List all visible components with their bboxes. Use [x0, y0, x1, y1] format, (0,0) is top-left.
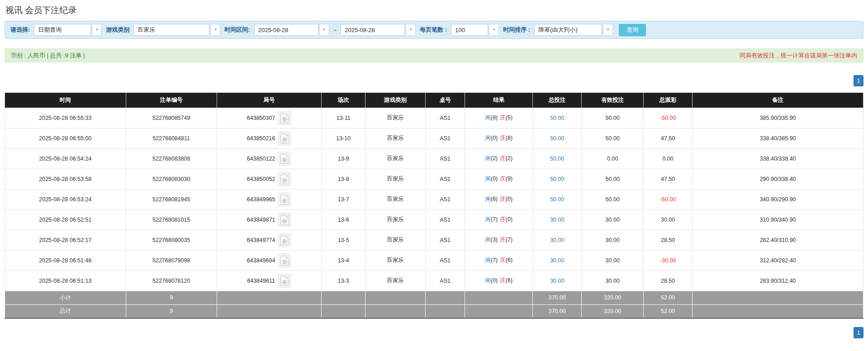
query-type-caret-button[interactable]: ▼ — [92, 24, 102, 36]
query-type-select[interactable]: 日期查询 ▼ — [34, 24, 102, 36]
total-bet-link[interactable]: 50.00 — [550, 115, 564, 121]
result-player-count: (7) — [491, 257, 498, 263]
total-bet-link[interactable]: 50.00 — [550, 135, 564, 142]
video-record-icon[interactable] — [278, 233, 291, 247]
video-record-icon[interactable] — [278, 172, 291, 186]
result-player-label: 闲 — [485, 135, 491, 141]
table-row: 2025-08-28 06:52:17 522768080035 6438497… — [5, 230, 863, 250]
cell-payout: 47.50 — [644, 128, 693, 148]
total-bet-link[interactable]: 30.00 — [550, 257, 564, 264]
table-row: 2025-08-28 06:52:51 522768081015 6438498… — [5, 209, 863, 230]
result-banker-count: (9) — [506, 176, 512, 182]
cell-bet-id: 522768084811 — [126, 128, 217, 148]
table-row: 2025-08-28 06:55:33 522768085749 6438503… — [5, 108, 863, 128]
cell-result: 闲(0)庄(9) — [465, 169, 533, 189]
cell-payout: 28.50 — [644, 270, 693, 291]
table-row: 2025-08-28 06:54:24 522768083808 6438501… — [5, 148, 863, 169]
table-row: 2025-08-28 06:51:46 522768079098 6438496… — [5, 250, 863, 270]
cell-payout: -30.00 — [644, 250, 693, 270]
valid-bet-note: 同局有效投注，统一计算在该局第一张注单内 — [740, 52, 857, 60]
per-page-select[interactable]: 100 ▼ — [451, 24, 499, 36]
result-player-label: 闲 — [485, 277, 491, 284]
cell-result: 闲(6)庄(0) — [465, 189, 533, 209]
cell-round-id: 643849611 — [217, 270, 322, 291]
per-page-caret-button[interactable]: ▼ — [489, 24, 499, 36]
time-sort-value[interactable]: 降幂(由大到小) — [534, 24, 602, 36]
cell-game-type: 百家乐 — [365, 250, 426, 270]
result-banker-label: 庄 — [500, 277, 506, 284]
total-bet-link[interactable]: 30.00 — [550, 217, 564, 223]
game-type-select[interactable]: 百家乐 ▼ — [133, 24, 220, 36]
total-bet-link[interactable]: 30.00 — [550, 237, 564, 243]
page-1-button[interactable]: 1 — [854, 75, 863, 86]
cell-payout: 47.50 — [644, 169, 693, 189]
date-from-caret-button[interactable]: ▼ — [319, 24, 329, 36]
cell-result: 闲(0)庄(8) — [465, 128, 533, 148]
cell-round-id: 643850216 — [217, 128, 322, 148]
total-bet-link[interactable]: 50.00 — [550, 156, 564, 162]
date-range-tilde: ~ — [333, 27, 337, 33]
cell-remark: 310.90/340.90 — [693, 209, 863, 230]
date-from-select[interactable]: 2025-08-28 ▼ — [254, 24, 329, 36]
date-from-value[interactable]: 2025-08-28 — [254, 24, 318, 36]
round-id-value: 643850216 — [247, 135, 275, 142]
cell-valid-bet: 30.00 — [582, 209, 644, 230]
cell-remark: 340.90/290.90 — [693, 189, 863, 209]
date-to-value[interactable]: 2025-08-28 — [341, 24, 405, 36]
total-bet-link[interactable]: 50.00 — [550, 196, 564, 203]
video-record-icon[interactable] — [278, 274, 291, 288]
col-valid-bet: 有效投注 — [582, 93, 644, 108]
subtotal-payout: 52.00 — [644, 291, 693, 304]
cell-payout: 30.00 — [644, 209, 693, 230]
cell-result: 闲(7)庄(6) — [465, 250, 533, 270]
round-id-value: 643850122 — [247, 156, 275, 162]
cell-time: 2025-08-28 06:53:58 — [5, 169, 126, 189]
query-type-value[interactable]: 日期查询 — [34, 24, 91, 36]
cell-payout: 0.00 — [644, 148, 693, 169]
cell-valid-bet: 30.00 — [582, 250, 644, 270]
video-record-icon[interactable] — [278, 131, 291, 146]
table-body: 2025-08-28 06:55:33 522768085749 6438503… — [5, 108, 863, 291]
chevron-down-icon: ▼ — [213, 28, 217, 32]
total-bet-link[interactable]: 30.00 — [550, 278, 564, 284]
video-record-icon[interactable] — [278, 253, 291, 268]
total-count: 9 — [126, 304, 217, 318]
game-type-value[interactable]: 百家乐 — [133, 24, 209, 36]
total-label: 总计 — [5, 304, 126, 318]
date-to-select[interactable]: 2025-08-28 ▼ — [341, 24, 416, 36]
video-record-icon[interactable] — [278, 152, 291, 166]
date-to-caret-button[interactable]: ▼ — [406, 24, 416, 36]
video-record-icon[interactable] — [278, 213, 291, 227]
cell-payout: -50.00 — [644, 108, 693, 128]
cell-time: 2025-08-28 06:52:51 — [5, 209, 126, 230]
video-record-icon[interactable] — [278, 111, 291, 125]
col-remark: 备注 — [693, 93, 863, 108]
time-sort-caret-button[interactable]: ▼ — [603, 24, 613, 36]
cell-time: 2025-08-28 06:55:33 — [5, 108, 126, 128]
cell-time: 2025-08-28 06:51:46 — [5, 250, 126, 270]
result-banker-count: (6) — [506, 257, 512, 263]
cell-table-no: AS1 — [426, 108, 465, 128]
game-type-caret-button[interactable]: ▼ — [210, 24, 220, 36]
result-banker-label: 庄 — [500, 216, 506, 223]
per-page-value[interactable]: 100 — [451, 24, 488, 36]
cell-session: 13-5 — [322, 230, 365, 250]
filter-bar: 请选择: 日期查询 ▼ 游戏类别 百家乐 ▼ 时间区间: 2025-08-28 … — [5, 21, 863, 39]
chevron-down-icon: ▼ — [492, 28, 496, 32]
cell-result: 闲(3)庄(7) — [465, 230, 533, 250]
page-1-button[interactable]: 1 — [854, 327, 863, 338]
cell-time: 2025-08-28 06:53:24 — [5, 189, 126, 209]
pagination-top: 1 — [5, 75, 863, 86]
time-sort-select[interactable]: 降幂(由大到小) ▼ — [534, 24, 613, 36]
total-bet-link[interactable]: 50.00 — [550, 176, 564, 182]
result-player-count: (8) — [491, 114, 498, 121]
result-player-label: 闲 — [485, 176, 491, 182]
table-row: 2025-08-28 06:53:58 522768083030 6438500… — [5, 169, 863, 189]
result-player-label: 闲 — [485, 237, 491, 243]
cell-valid-bet: 50.00 — [582, 108, 644, 128]
cell-table-no: AS1 — [426, 128, 465, 148]
round-id-value: 643849871 — [247, 217, 275, 223]
search-button[interactable]: 查询 — [619, 24, 646, 36]
video-record-icon[interactable] — [278, 192, 291, 207]
cell-session: 13-4 — [322, 250, 365, 270]
